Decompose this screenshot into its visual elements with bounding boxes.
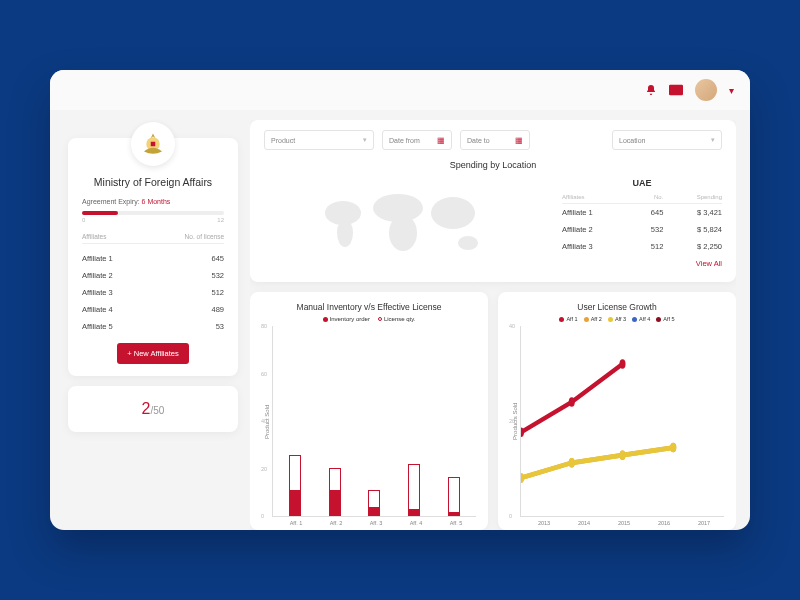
chevron-down-icon[interactable]: ▾	[729, 85, 734, 96]
row-spend: $ 3,421	[671, 208, 722, 217]
location-table-header: Affiliates No. Spending	[562, 194, 722, 204]
mail-icon[interactable]	[669, 84, 683, 96]
expiry-max: 12	[217, 217, 224, 223]
svg-point-16	[569, 458, 575, 467]
ytick: 40	[261, 418, 267, 424]
ytick: 80	[261, 323, 267, 329]
date-to-select[interactable]: Date to▦	[460, 130, 530, 150]
list-item[interactable]: Affiliate 553	[82, 318, 224, 335]
affiliate-name: Affiliate 3	[82, 288, 113, 297]
affiliate-name: Affiliate 2	[82, 271, 113, 280]
bar	[368, 490, 380, 516]
world-map[interactable]	[264, 178, 542, 268]
legend-dot	[656, 317, 661, 322]
topbar: ▾	[50, 70, 750, 110]
col-spend: Spending	[671, 194, 722, 200]
col-affiliates: Affiliates	[82, 233, 106, 240]
xtick: 2013	[538, 520, 550, 526]
svg-point-15	[521, 473, 524, 482]
view-all-link[interactable]: View All	[562, 259, 722, 268]
spending-title: Spending by Location	[264, 160, 722, 170]
affiliate-count: 532	[211, 271, 224, 280]
row-no: 532	[623, 225, 672, 234]
date-from-select[interactable]: Date from▦	[382, 130, 452, 150]
expiry-bar: 0 12	[82, 211, 224, 223]
growth-chart-title: User License Growth	[510, 302, 724, 312]
col-no: No.	[623, 194, 672, 200]
xtick: Aff. 3	[370, 520, 383, 526]
xtick: Aff. 4	[410, 520, 423, 526]
legend-dot-license	[378, 317, 382, 321]
counter-card: 2/50	[68, 386, 238, 432]
inventory-plot: 020406080	[272, 326, 476, 517]
legend-item: Aff 3	[608, 316, 626, 322]
legend-item: Aff 1	[559, 316, 577, 322]
table-row[interactable]: Affiliate 2532$ 5,824	[562, 221, 722, 238]
inventory-chart-card: Manual Inventory v/s Effective License I…	[250, 292, 488, 530]
xtick: Aff. 1	[290, 520, 303, 526]
location-select[interactable]: Location▾	[612, 130, 722, 150]
ytick: 60	[261, 371, 267, 377]
list-item[interactable]: Affiliate 4489	[82, 301, 224, 318]
inventory-chart-title: Manual Inventory v/s Effective License	[262, 302, 476, 312]
legend-item: Aff 2	[584, 316, 602, 322]
chevron-down-icon: ▾	[711, 136, 715, 144]
filters: Product▾ Date from▦ Date to▦ Location▾	[264, 130, 722, 150]
svg-point-6	[431, 197, 475, 229]
affiliate-name: Affiliate 5	[82, 322, 113, 331]
bell-icon[interactable]	[645, 84, 657, 96]
ytick: 40	[509, 323, 515, 329]
affiliate-count: 53	[216, 322, 224, 331]
bar	[448, 477, 460, 516]
ytick: 0	[509, 513, 512, 519]
table-row[interactable]: Affiliate 3512$ 2,250	[562, 238, 722, 255]
row-spend: $ 5,824	[671, 225, 722, 234]
expiry-min: 0	[82, 217, 85, 223]
affiliate-count: 512	[211, 288, 224, 297]
expiry-value: 6 Months	[142, 198, 171, 205]
legend-dot	[632, 317, 637, 322]
new-affiliates-button[interactable]: + New Affiliates	[117, 343, 188, 364]
calendar-icon: ▦	[515, 136, 523, 145]
xtick: Aff. 5	[450, 520, 463, 526]
table-row[interactable]: Affiliate 1645$ 3,421	[562, 204, 722, 221]
bar	[289, 455, 301, 516]
ytick: 0	[261, 513, 264, 519]
list-item[interactable]: Affiliate 2532	[82, 267, 224, 284]
sidebar: Ministry of Foreign Affairs Agreement Ex…	[68, 120, 238, 530]
ministry-title: Ministry of Foreign Affairs	[82, 176, 224, 188]
svg-point-5	[389, 215, 417, 251]
svg-point-9	[569, 397, 575, 406]
ytick: 20	[261, 466, 267, 472]
ytick: 20	[509, 418, 515, 424]
svg-rect-1	[151, 142, 156, 147]
row-spend: $ 2,250	[671, 242, 722, 251]
row-name: Affiliate 2	[562, 225, 623, 234]
col-license: No. of license	[185, 233, 224, 240]
legend-item: Aff 5	[656, 316, 674, 322]
col-aff: Affiliates	[562, 194, 623, 200]
growth-chart-card: User License Growth Aff 1Aff 2Aff 3Aff 4…	[498, 292, 736, 530]
location-select-label: Location	[619, 137, 645, 144]
svg-point-7	[458, 236, 478, 250]
emblem-icon	[131, 122, 175, 166]
legend-dot-inventory	[323, 317, 328, 322]
bar	[408, 464, 420, 517]
list-item[interactable]: Affiliate 3512	[82, 284, 224, 301]
counter-current: 2	[142, 400, 151, 417]
list-item[interactable]: Affiliate 1645	[82, 250, 224, 267]
counter-total: 50	[153, 405, 164, 416]
expiry-label-text: Agreement Expiry:	[82, 198, 140, 205]
avatar[interactable]	[695, 79, 717, 101]
inventory-legend: Inventory order License qty.	[262, 316, 476, 322]
inventory-xlabels: Aff. 1Aff. 2Aff. 3Aff. 4Aff. 5	[262, 517, 476, 526]
legend-license: License qty.	[384, 316, 416, 322]
growth-plot: 02040	[520, 326, 724, 517]
xtick: Aff. 2	[330, 520, 343, 526]
product-select[interactable]: Product▾	[264, 130, 374, 150]
growth-xlabels: 20132014201520162017	[510, 517, 724, 526]
legend-dot	[608, 317, 613, 322]
app-window: ▾ Ministry of Foreign Affairs Agreement …	[50, 70, 750, 530]
bar	[329, 468, 341, 516]
xtick: 2017	[698, 520, 710, 526]
